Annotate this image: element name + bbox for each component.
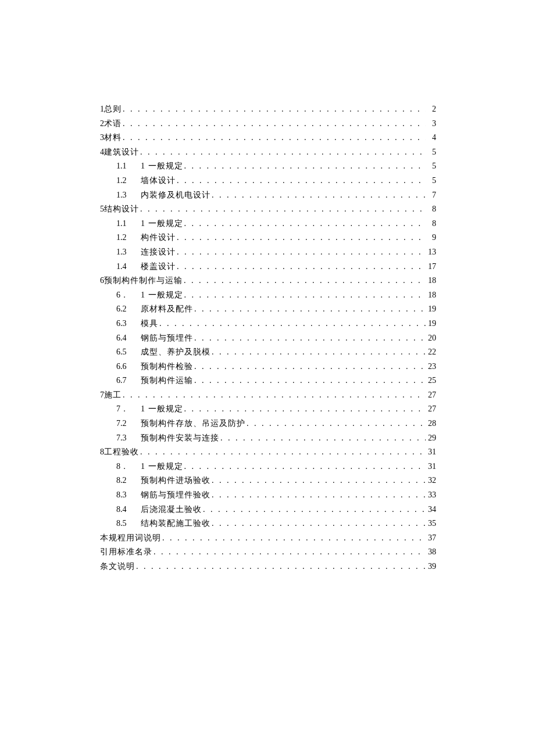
toc-entry-title: 工程验收 [104, 445, 139, 460]
toc-entry-page: 38 [426, 545, 436, 560]
toc-dot-leader [122, 102, 426, 117]
toc-entry-number: 3 [100, 131, 104, 145]
toc-entry-number: 6.5 [116, 345, 141, 360]
toc-dot-leader [193, 331, 426, 346]
toc-entry-page: 25 [426, 374, 436, 388]
toc-entry: 8.2预制构件进场验收32 [100, 474, 436, 488]
toc-entry-number: 4 [100, 145, 104, 160]
toc-entry-title: 模具 [141, 317, 158, 331]
toc-dot-leader [183, 217, 426, 231]
toc-entry-page: 27 [426, 402, 436, 417]
toc-entry: 1.3内装修及机电设计7 [100, 188, 436, 203]
toc-dot-leader [183, 159, 426, 174]
toc-entry-title: 1 一般规定 [141, 288, 183, 303]
toc-dot-leader [176, 260, 426, 274]
toc-entry-title: 条文说明 [100, 560, 135, 574]
toc-entry-page: 17 [426, 260, 436, 274]
toc-entry: 2 术语3 [100, 117, 436, 131]
toc-entry: 7.2预制构件存放、吊运及防护28 [100, 417, 436, 431]
toc-entry-title: 连接设计 [141, 245, 176, 260]
toc-entry-number: 8.4 [116, 503, 141, 517]
toc-entry-number: 7 [100, 388, 104, 403]
toc-entry-page: 31 [426, 445, 436, 460]
toc-entry: 8 工程验收31 [100, 445, 436, 460]
toc-entry-number: 8.3 [116, 488, 141, 503]
toc-entry-page: 9 [426, 231, 436, 245]
toc-entry: 7.3预制构件安装与连接29 [100, 431, 436, 446]
toc-dot-leader [211, 345, 426, 360]
toc-entry-title: 墙体设计 [141, 174, 176, 188]
toc-dot-leader [245, 417, 426, 431]
toc-entry-title: 建筑设计 [104, 145, 139, 160]
toc-dot-leader [202, 503, 426, 517]
toc-dot-leader [193, 360, 426, 374]
toc-entry-title: 1 一般规定 [141, 159, 183, 174]
toc-entry-number: 6.3 [116, 317, 141, 331]
toc-entry: 8.5结构装配施工验收35 [100, 517, 436, 531]
toc-entry-number: 1.3 [116, 245, 141, 260]
toc-dot-leader [211, 474, 426, 488]
toc-entry-page: 34 [426, 503, 436, 517]
toc-entry-title: 钢筋与预埋件验收 [141, 488, 211, 503]
toc-entry-title: 预制构件存放、吊运及防护 [141, 417, 245, 431]
toc-entry: 8.4后浇混凝土验收34 [100, 503, 436, 517]
toc-entry-number: 1.2 [116, 231, 141, 245]
toc-entry-page: 37 [426, 531, 436, 546]
toc-entry: 条文说明39 [100, 560, 436, 574]
toc-entry-title: 引用标准名录 [100, 545, 152, 560]
toc-entry: 5 结构设计8 [100, 202, 436, 217]
toc-entry: 6.2原材料及配件19 [100, 302, 436, 317]
toc-dot-leader [139, 445, 426, 460]
toc-entry-number: 1 [100, 102, 104, 117]
toc-entry-number: 8 [100, 445, 104, 460]
toc-dot-leader [152, 545, 426, 560]
toc-dot-leader [176, 174, 426, 188]
toc-dot-leader [158, 317, 426, 331]
toc-entry: 3 材料4 [100, 131, 436, 145]
toc-dot-leader [183, 460, 426, 474]
toc-entry-title: 1 一般规定 [141, 460, 183, 474]
toc-entry: 6.7预制构件运输25 [100, 374, 436, 388]
toc-dot-leader [122, 388, 426, 403]
toc-entry-page: 7 [426, 188, 436, 203]
toc-entry-title: 总则 [104, 102, 122, 117]
toc-entry-page: 3 [426, 117, 436, 131]
toc-entry-page: 27 [426, 388, 436, 403]
toc-entry: 6.6预制构件检验23 [100, 360, 436, 374]
toc-dot-leader [193, 374, 426, 388]
toc-entry-title: 预制构件安装与连接 [141, 431, 219, 446]
toc-entry-page: 28 [426, 417, 436, 431]
toc-entry-page: 18 [426, 288, 436, 303]
toc-entry-page: 32 [426, 474, 436, 488]
toc-entry-title: 楼盖设计 [141, 260, 176, 274]
toc-entry-page: 4 [426, 131, 436, 145]
toc-entry-title: 预制构件运输 [141, 374, 193, 388]
toc-entry-number: 8.5 [116, 517, 141, 531]
toc-entry-page: 35 [426, 517, 436, 531]
toc-dot-leader [211, 517, 426, 531]
toc-entry: 6.5成型、养护及脱模22 [100, 345, 436, 360]
toc-entry: 6.4钢筋与预埋件20 [100, 331, 436, 346]
toc-entry: 1.3连接设计13 [100, 245, 436, 260]
toc-entry: 7 施工27 [100, 388, 436, 403]
toc-entry-page: 22 [426, 345, 436, 360]
toc-dot-leader [161, 531, 426, 546]
toc-entry-number: 1.1 [116, 159, 141, 174]
toc-dot-leader [183, 402, 426, 417]
toc-entry: 4 建筑设计5 [100, 145, 436, 160]
toc-entry-title: 内装修及机电设计 [141, 188, 211, 203]
toc-entry-title: 原材料及配件 [141, 302, 193, 317]
toc-entry: 7．1 一般规定27 [100, 402, 436, 417]
toc-entry-page: 5 [426, 159, 436, 174]
toc-dot-leader [219, 431, 426, 446]
toc-entry-page: 5 [426, 145, 436, 160]
toc-entry-title: 钢筋与预埋件 [141, 331, 193, 346]
toc-entry-number: 8． [116, 460, 141, 474]
toc-entry: 1 总则2 [100, 102, 436, 117]
toc-entry-title: 预制构件进场验收 [141, 474, 211, 488]
toc-entry-number: 6.6 [116, 360, 141, 374]
toc-entry-title: 成型、养护及脱模 [141, 345, 211, 360]
toc-dot-leader [193, 302, 426, 317]
toc-dot-leader [139, 145, 426, 160]
toc-entry-page: 18 [426, 274, 436, 288]
